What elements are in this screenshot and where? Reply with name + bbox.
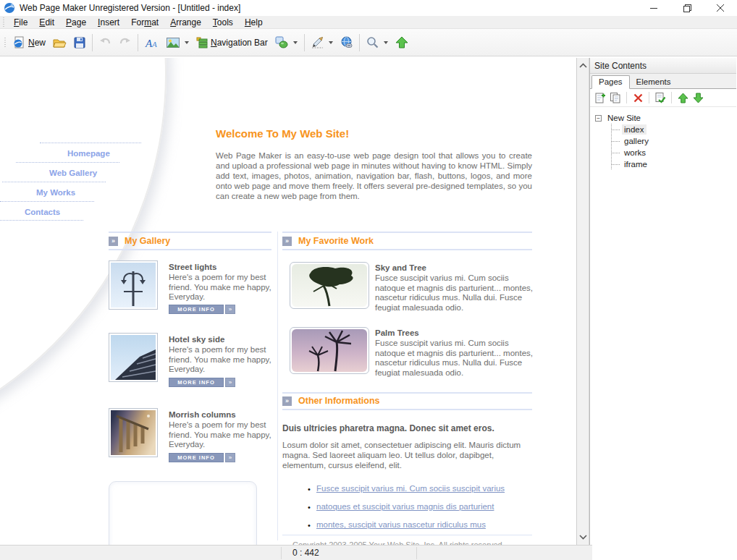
tab-pages[interactable]: Pages <box>591 75 630 89</box>
other-link[interactable]: Fusce suscipit varius mi. Cum sociis sus… <box>316 484 505 493</box>
favorite-image-palm-trees[interactable] <box>290 327 369 374</box>
welcome-heading[interactable]: Welcome To My Web Site! <box>216 127 349 140</box>
scroll-down-icon[interactable] <box>579 535 587 540</box>
menu-tools[interactable]: Tools <box>207 17 239 28</box>
gallery-item-title[interactable]: Street lights <box>169 263 216 271</box>
window-title: Web Page Maker Unregistered Version - [U… <box>20 3 240 13</box>
other-section-title: Other Informations <box>298 396 380 406</box>
other-link[interactable]: montes, suscipit varius nascetur ridicul… <box>316 520 486 529</box>
draw-dropdown-caret[interactable] <box>329 41 333 44</box>
gallery-item-title[interactable]: Morrish columns <box>169 410 236 419</box>
hyperlink-button[interactable] <box>337 33 356 51</box>
draw-line-button[interactable] <box>308 33 337 51</box>
tree-root-label[interactable]: New Site <box>605 113 643 123</box>
sidebar-toolbar-separator <box>649 92 649 103</box>
gallery-image-columns[interactable] <box>109 408 158 457</box>
favorite-item-title[interactable]: Palm Trees <box>375 328 419 337</box>
canvas-vertical-scrollbar[interactable] <box>577 58 589 545</box>
insert-image-button[interactable] <box>163 35 193 51</box>
favorite-item-title[interactable]: Sky and Tree <box>375 263 426 272</box>
other-paragraph[interactable]: Losum dolor sit amet, consectetuer adipi… <box>282 440 532 470</box>
delete-page-button[interactable] <box>631 91 644 104</box>
more-info-button[interactable]: MORE INFO » <box>169 378 235 387</box>
restore-button[interactable] <box>670 0 704 16</box>
menu-arrange[interactable]: Arrange <box>164 17 207 28</box>
image-dropdown-caret[interactable] <box>185 41 189 44</box>
collapse-icon[interactable]: − <box>595 115 602 122</box>
sidebar-toolbar-separator <box>626 92 627 103</box>
tree-root-row[interactable]: − New Site <box>590 112 736 124</box>
insert-shape-button[interactable] <box>271 33 301 51</box>
gallery-item-title[interactable]: Hotel sky side <box>169 335 224 344</box>
move-page-up-button[interactable] <box>676 91 689 104</box>
close-button[interactable] <box>704 0 737 16</box>
zoom-dropdown-caret[interactable] <box>384 41 388 44</box>
image-icon <box>167 38 180 48</box>
tree-page-index[interactable]: index <box>590 124 736 135</box>
sidebar-toolbar-separator <box>671 92 672 103</box>
status-bar: 0 : 442 <box>0 545 737 560</box>
design-canvas[interactable]: Homepage Web Gallery My Works Contacts W… <box>0 58 577 545</box>
double-chevron-icon: » <box>225 453 235 462</box>
menu-page[interactable]: Page <box>60 17 92 28</box>
favorite-image-sky-tree[interactable] <box>290 262 369 309</box>
minimize-button[interactable] <box>637 0 670 16</box>
welcome-paragraph[interactable]: Web Page Maker is an easy-to-use web pag… <box>216 150 532 201</box>
nav-link-homepage[interactable]: Homepage <box>67 149 110 158</box>
double-chevron-icon: » <box>109 237 118 246</box>
tree-page-iframe[interactable]: iframe <box>590 158 736 170</box>
tab-elements[interactable]: Elements <box>630 76 678 88</box>
empty-placeholder-box[interactable] <box>109 481 257 545</box>
site-contents-header: Site Contents <box>590 58 736 74</box>
gallery-image-hotel[interactable] <box>109 333 158 382</box>
move-page-down-button[interactable] <box>691 91 704 104</box>
nav-link-my-works[interactable]: My Works <box>36 188 75 197</box>
save-button[interactable] <box>70 34 89 51</box>
more-info-button[interactable]: MORE INFO » <box>169 305 235 314</box>
section-line <box>109 232 271 233</box>
toolbar-grip[interactable] <box>4 38 7 48</box>
insert-text-button[interactable]: AA <box>141 34 163 51</box>
favorite-item-desc[interactable]: Fusce suscipit varius mi. Cum sociis nat… <box>375 273 534 313</box>
gallery-item-desc[interactable]: Here's a poem for my best friend. You ma… <box>169 345 279 375</box>
menu-file[interactable]: File <box>8 17 33 28</box>
tree-page-gallery[interactable]: gallery <box>590 135 736 147</box>
undo-icon <box>99 37 111 48</box>
other-heading[interactable]: Duis ultricies pharetra magna. Donec sit… <box>282 423 494 433</box>
other-link[interactable]: natoques et suscipit varius magnis dis p… <box>316 502 494 511</box>
other-section-header[interactable]: » Other Informations <box>282 396 380 406</box>
hotel-building-illustration <box>111 335 156 380</box>
nav-link-web-gallery[interactable]: Web Gallery <box>49 169 97 177</box>
menu-help[interactable]: Help <box>239 17 269 28</box>
menu-edit[interactable]: Edit <box>33 17 60 28</box>
double-chevron-icon: » <box>225 305 235 314</box>
tree-page-works[interactable]: works <box>590 147 736 158</box>
new-page-button[interactable]: New <box>9 33 49 51</box>
menubar-grip[interactable] <box>2 17 6 27</box>
section-line <box>282 232 532 233</box>
nav-link-contacts[interactable]: Contacts <box>25 208 60 216</box>
scroll-up-icon[interactable] <box>579 63 587 68</box>
status-separator <box>281 547 282 559</box>
more-info-button[interactable]: MORE INFO » <box>169 453 235 462</box>
undo-button[interactable] <box>96 34 115 51</box>
shape-dropdown-caret[interactable] <box>293 41 298 44</box>
zoom-button[interactable] <box>363 33 392 51</box>
menu-insert[interactable]: Insert <box>92 17 125 28</box>
open-button[interactable] <box>49 34 70 51</box>
gallery-item-desc[interactable]: Here's a poem for my best friend. You ma… <box>169 273 279 302</box>
page-properties-button[interactable] <box>654 91 667 104</box>
favorite-item-desc[interactable]: Fusce suscipit varius mi. Cum sociis nat… <box>375 339 534 378</box>
favorite-section-header[interactable]: » My Favorite Work <box>282 236 374 246</box>
navigation-bar-button[interactable]: Navigation Bar <box>193 34 271 51</box>
gallery-image-street-lights[interactable] <box>109 260 158 310</box>
copy-page-button[interactable] <box>609 91 622 104</box>
menu-format[interactable]: Format <box>125 17 164 28</box>
gallery-section-header[interactable]: » My Gallery <box>109 236 170 246</box>
publish-button[interactable] <box>392 33 412 51</box>
redo-icon <box>119 37 131 48</box>
add-page-button[interactable] <box>594 91 607 104</box>
redo-button[interactable] <box>115 34 135 51</box>
footer-line <box>282 535 532 535</box>
gallery-item-desc[interactable]: Here's a poem for my best friend. You ma… <box>169 420 279 450</box>
